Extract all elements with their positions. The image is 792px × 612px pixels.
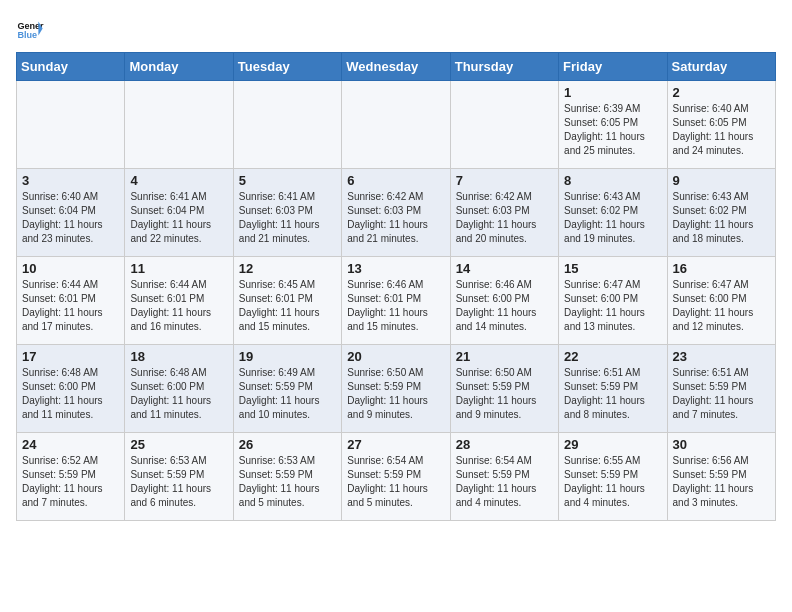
day-number: 7 [456,173,553,188]
day-number: 1 [564,85,661,100]
header-sunday: Sunday [17,53,125,81]
week-row-2: 10Sunrise: 6:44 AM Sunset: 6:01 PM Dayli… [17,257,776,345]
calendar-cell: 3Sunrise: 6:40 AM Sunset: 6:04 PM Daylig… [17,169,125,257]
day-info: Sunrise: 6:46 AM Sunset: 6:00 PM Dayligh… [456,278,553,334]
day-info: Sunrise: 6:50 AM Sunset: 5:59 PM Dayligh… [347,366,444,422]
day-info: Sunrise: 6:50 AM Sunset: 5:59 PM Dayligh… [456,366,553,422]
day-info: Sunrise: 6:48 AM Sunset: 6:00 PM Dayligh… [22,366,119,422]
day-info: Sunrise: 6:42 AM Sunset: 6:03 PM Dayligh… [347,190,444,246]
calendar-cell: 27Sunrise: 6:54 AM Sunset: 5:59 PM Dayli… [342,433,450,521]
day-number: 2 [673,85,770,100]
day-info: Sunrise: 6:55 AM Sunset: 5:59 PM Dayligh… [564,454,661,510]
day-info: Sunrise: 6:42 AM Sunset: 6:03 PM Dayligh… [456,190,553,246]
calendar-cell: 1Sunrise: 6:39 AM Sunset: 6:05 PM Daylig… [559,81,667,169]
calendar-cell: 16Sunrise: 6:47 AM Sunset: 6:00 PM Dayli… [667,257,775,345]
calendar-cell: 24Sunrise: 6:52 AM Sunset: 5:59 PM Dayli… [17,433,125,521]
calendar-cell [450,81,558,169]
calendar-cell: 23Sunrise: 6:51 AM Sunset: 5:59 PM Dayli… [667,345,775,433]
day-number: 10 [22,261,119,276]
day-number: 23 [673,349,770,364]
day-info: Sunrise: 6:54 AM Sunset: 5:59 PM Dayligh… [456,454,553,510]
calendar-cell: 25Sunrise: 6:53 AM Sunset: 5:59 PM Dayli… [125,433,233,521]
week-row-0: 1Sunrise: 6:39 AM Sunset: 6:05 PM Daylig… [17,81,776,169]
day-number: 28 [456,437,553,452]
day-number: 9 [673,173,770,188]
week-row-3: 17Sunrise: 6:48 AM Sunset: 6:00 PM Dayli… [17,345,776,433]
calendar-cell [125,81,233,169]
day-info: Sunrise: 6:53 AM Sunset: 5:59 PM Dayligh… [130,454,227,510]
day-info: Sunrise: 6:54 AM Sunset: 5:59 PM Dayligh… [347,454,444,510]
calendar-table: SundayMondayTuesdayWednesdayThursdayFrid… [16,52,776,521]
calendar-cell [342,81,450,169]
day-number: 11 [130,261,227,276]
day-info: Sunrise: 6:51 AM Sunset: 5:59 PM Dayligh… [673,366,770,422]
calendar-cell: 26Sunrise: 6:53 AM Sunset: 5:59 PM Dayli… [233,433,341,521]
day-number: 4 [130,173,227,188]
header-monday: Monday [125,53,233,81]
day-info: Sunrise: 6:40 AM Sunset: 6:04 PM Dayligh… [22,190,119,246]
day-number: 20 [347,349,444,364]
calendar-cell: 22Sunrise: 6:51 AM Sunset: 5:59 PM Dayli… [559,345,667,433]
day-number: 12 [239,261,336,276]
calendar-cell: 11Sunrise: 6:44 AM Sunset: 6:01 PM Dayli… [125,257,233,345]
calendar-cell: 19Sunrise: 6:49 AM Sunset: 5:59 PM Dayli… [233,345,341,433]
calendar-header-row: SundayMondayTuesdayWednesdayThursdayFrid… [17,53,776,81]
day-info: Sunrise: 6:39 AM Sunset: 6:05 PM Dayligh… [564,102,661,158]
calendar-cell: 17Sunrise: 6:48 AM Sunset: 6:00 PM Dayli… [17,345,125,433]
day-number: 17 [22,349,119,364]
day-info: Sunrise: 6:46 AM Sunset: 6:01 PM Dayligh… [347,278,444,334]
week-row-1: 3Sunrise: 6:40 AM Sunset: 6:04 PM Daylig… [17,169,776,257]
calendar-cell: 30Sunrise: 6:56 AM Sunset: 5:59 PM Dayli… [667,433,775,521]
day-number: 24 [22,437,119,452]
day-number: 27 [347,437,444,452]
day-number: 25 [130,437,227,452]
day-info: Sunrise: 6:44 AM Sunset: 6:01 PM Dayligh… [22,278,119,334]
header-tuesday: Tuesday [233,53,341,81]
day-number: 16 [673,261,770,276]
calendar-cell: 15Sunrise: 6:47 AM Sunset: 6:00 PM Dayli… [559,257,667,345]
day-number: 19 [239,349,336,364]
day-number: 21 [456,349,553,364]
calendar-cell: 28Sunrise: 6:54 AM Sunset: 5:59 PM Dayli… [450,433,558,521]
calendar-cell [233,81,341,169]
header-saturday: Saturday [667,53,775,81]
header-thursday: Thursday [450,53,558,81]
day-info: Sunrise: 6:45 AM Sunset: 6:01 PM Dayligh… [239,278,336,334]
day-info: Sunrise: 6:41 AM Sunset: 6:04 PM Dayligh… [130,190,227,246]
calendar-cell: 2Sunrise: 6:40 AM Sunset: 6:05 PM Daylig… [667,81,775,169]
day-number: 22 [564,349,661,364]
calendar-cell: 5Sunrise: 6:41 AM Sunset: 6:03 PM Daylig… [233,169,341,257]
calendar-cell: 4Sunrise: 6:41 AM Sunset: 6:04 PM Daylig… [125,169,233,257]
svg-text:Blue: Blue [17,30,37,40]
day-info: Sunrise: 6:44 AM Sunset: 6:01 PM Dayligh… [130,278,227,334]
header-friday: Friday [559,53,667,81]
calendar-cell: 21Sunrise: 6:50 AM Sunset: 5:59 PM Dayli… [450,345,558,433]
calendar-cell: 6Sunrise: 6:42 AM Sunset: 6:03 PM Daylig… [342,169,450,257]
calendar-cell: 18Sunrise: 6:48 AM Sunset: 6:00 PM Dayli… [125,345,233,433]
day-number: 6 [347,173,444,188]
day-number: 30 [673,437,770,452]
week-row-4: 24Sunrise: 6:52 AM Sunset: 5:59 PM Dayli… [17,433,776,521]
calendar-cell: 9Sunrise: 6:43 AM Sunset: 6:02 PM Daylig… [667,169,775,257]
day-info: Sunrise: 6:52 AM Sunset: 5:59 PM Dayligh… [22,454,119,510]
logo-icon: General Blue [16,16,44,44]
day-info: Sunrise: 6:43 AM Sunset: 6:02 PM Dayligh… [673,190,770,246]
day-number: 3 [22,173,119,188]
day-number: 14 [456,261,553,276]
day-number: 5 [239,173,336,188]
calendar-cell: 13Sunrise: 6:46 AM Sunset: 6:01 PM Dayli… [342,257,450,345]
header: General Blue [16,16,776,44]
day-number: 8 [564,173,661,188]
day-info: Sunrise: 6:56 AM Sunset: 5:59 PM Dayligh… [673,454,770,510]
day-info: Sunrise: 6:49 AM Sunset: 5:59 PM Dayligh… [239,366,336,422]
day-info: Sunrise: 6:48 AM Sunset: 6:00 PM Dayligh… [130,366,227,422]
day-number: 29 [564,437,661,452]
day-info: Sunrise: 6:43 AM Sunset: 6:02 PM Dayligh… [564,190,661,246]
day-number: 13 [347,261,444,276]
day-info: Sunrise: 6:41 AM Sunset: 6:03 PM Dayligh… [239,190,336,246]
calendar-cell: 8Sunrise: 6:43 AM Sunset: 6:02 PM Daylig… [559,169,667,257]
calendar-cell: 14Sunrise: 6:46 AM Sunset: 6:00 PM Dayli… [450,257,558,345]
day-info: Sunrise: 6:47 AM Sunset: 6:00 PM Dayligh… [564,278,661,334]
day-info: Sunrise: 6:53 AM Sunset: 5:59 PM Dayligh… [239,454,336,510]
day-number: 26 [239,437,336,452]
